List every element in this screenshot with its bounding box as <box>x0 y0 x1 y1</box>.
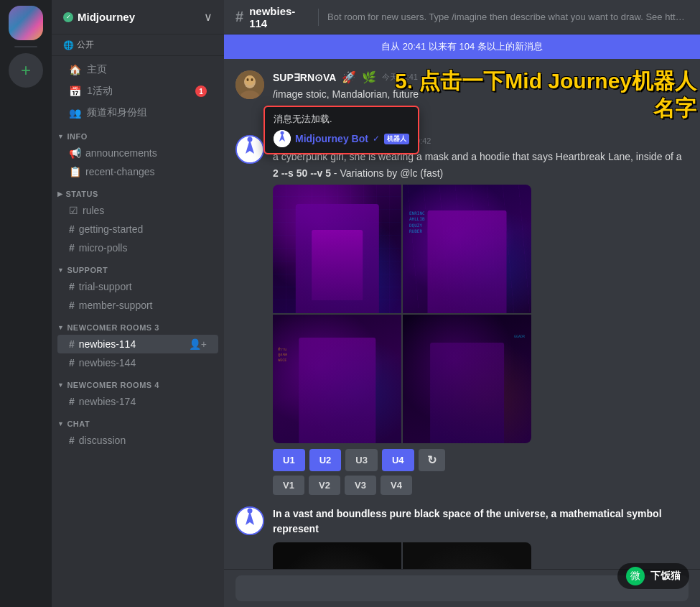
sidebar-item-recent-changes[interactable]: 📋 recent-changes <box>57 162 218 181</box>
section-header-status[interactable]: ▶ status <box>52 181 224 201</box>
tooltip-bot-row[interactable]: Midjourney Bot ✓ 机器人 <box>274 130 409 147</box>
avatar-midjourney <box>235 135 264 164</box>
new-messages-bar[interactable]: 自从 20:41 以来有 104 条以上的新消息 <box>224 34 700 59</box>
svg-point-5 <box>251 78 253 81</box>
chevron-support-icon: ▼ <box>57 267 64 274</box>
tooltip-popup: 消息无法加载. Midjourney Bot ✓ 机器人 <box>264 106 419 154</box>
server-online-indicator: ✓ <box>63 12 73 22</box>
avatar-supernova <box>235 70 264 99</box>
channel-header-description: Bot room for new users. Type /imagine th… <box>327 11 689 22</box>
image-cell-tr: ENRINCAHLLIBDQUZYRUBER <box>403 185 531 313</box>
tooltip-check-icon: ✓ <box>373 134 380 144</box>
message-supernova: SUP∃RN⊙VA 🚀 🌿 今天20:41 /image stoic, Mand… <box>235 70 689 102</box>
bw-cell-tl: ∞ <box>273 542 401 569</box>
image-grid: ENRINCAHLLIBDQUZYRUBER ที่ราบสูงเขตWECE <box>273 185 531 443</box>
activity-icon: 📅 <box>69 85 81 97</box>
changes-icon: 📋 <box>69 166 81 177</box>
message-content-supernova: SUP∃RN⊙VA 🚀 🌿 今天20:41 /image stoic, Mand… <box>273 70 419 102</box>
wechat-label: 下饭猫 <box>650 570 681 583</box>
sidebar-item-newbies-114[interactable]: # newbies-114 👤+ <box>57 335 218 353</box>
message-content-midjourney: Midjourney Bot ✓ 机器人 今天20:42 a cyberpunk… <box>273 135 682 495</box>
message-text-3: In a vast and boundless pure black space… <box>273 506 689 537</box>
sidebar-item-rules[interactable]: ☑ rules <box>57 201 218 220</box>
chevron-status-icon: ▶ <box>57 190 63 198</box>
channel-sidebar: ✓ Midjourney ∨ 🌐 公开 🏠 主页 📅 1活动 1 👥 频道和身份… <box>52 0 224 607</box>
svg-point-3 <box>245 75 255 85</box>
header-divider <box>318 9 319 26</box>
chevron-icon: ▼ <box>57 133 64 140</box>
tooltip-bot-name: Midjourney Bot <box>295 133 368 144</box>
sidebar-item-home[interactable]: 🏠 主页 <box>57 59 218 80</box>
image-cell-tl <box>273 185 401 313</box>
bw-cell-tr: ∞ <box>403 542 531 569</box>
refresh-button[interactable]: ↻ <box>419 449 445 471</box>
v1-button[interactable]: V1 <box>273 476 304 495</box>
svg-point-9 <box>248 137 253 142</box>
image-cell-br: GGADR <box>403 315 531 443</box>
sidebar-item-activity[interactable]: 📅 1活动 1 <box>57 80 218 102</box>
server-icon-add[interactable]: + <box>9 53 43 88</box>
server-header[interactable]: ✓ Midjourney ∨ <box>52 0 224 34</box>
channels-icon: 👥 <box>69 107 81 119</box>
u1-button[interactable]: U1 <box>273 449 305 471</box>
message-midjourney: 消息无法加载. Midjourney Bot ✓ 机器人 <box>235 113 689 495</box>
v4-button[interactable]: V4 <box>381 476 412 495</box>
sidebar-item-announcements[interactable]: 📢 announcements <box>57 144 218 162</box>
hash-icon-disc: # <box>69 435 75 446</box>
sidebar-item-channels[interactable]: 👥 频道和身份组 <box>57 102 218 124</box>
tooltip-error: 消息无法加载. <box>274 113 409 126</box>
leaf-emoji: 🌿 <box>362 70 376 84</box>
add-user-icon: 👤+ <box>189 338 207 350</box>
chevron-nr4-icon: ▼ <box>57 381 64 389</box>
server-icon-midjourney[interactable] <box>9 6 43 40</box>
chevron-chat-icon: ▼ <box>57 420 64 427</box>
messages-area: SUP∃RN⊙VA 🚀 🌿 今天20:41 /image stoic, Mand… <box>224 59 700 569</box>
server-list: + <box>0 0 52 607</box>
hash-icon-gs: # <box>69 223 75 235</box>
channel-header-name: newbies-114 <box>249 5 309 29</box>
u2-button[interactable]: U2 <box>309 449 342 471</box>
v3-button[interactable]: V3 <box>345 476 376 495</box>
image-cell-bl: ที่ราบสูงเขตWECE <box>273 315 401 443</box>
wechat-icon: 微 <box>626 567 645 585</box>
sidebar-item-newbies-174[interactable]: # newbies-174 <box>57 392 218 411</box>
section-header-chat[interactable]: ▼ CHAT <box>52 411 224 431</box>
message-text2: 2 --s 50 --v 5 - Variations by @lc (fast… <box>273 167 682 179</box>
section-header-newcomer3[interactable]: ▼ NEWCOMER ROOMS 3 <box>52 315 224 335</box>
dropdown-icon: ∨ <box>204 10 213 24</box>
hash-icon-nb144: # <box>69 357 75 369</box>
hash-icon-ts: # <box>69 281 75 292</box>
channel-list: 🏠 主页 📅 1活动 1 👥 频道和身份组 ▼ INFO 📢 announcem… <box>52 56 224 607</box>
sidebar-item-member-support[interactable]: # member-support <box>57 296 218 315</box>
channel-header: # newbies-114 Bot room for new users. Ty… <box>224 0 700 34</box>
activity-badge: 1 <box>195 85 207 97</box>
hash-icon-header: # <box>235 9 243 25</box>
public-badge: 🌐 公开 <box>52 34 224 56</box>
u3-button[interactable]: U3 <box>345 449 378 471</box>
u4-button[interactable]: U4 <box>382 449 414 471</box>
message-midjourney-2: In a vast and boundless pure black space… <box>235 506 689 569</box>
svg-point-11 <box>248 509 253 514</box>
sidebar-item-micro-polls[interactable]: # micro-polls <box>57 238 218 257</box>
wechat-watermark: 微 下饭猫 <box>617 563 689 589</box>
hash-icon-mp: # <box>69 242 75 254</box>
section-header-support[interactable]: ▼ SUPPORT <box>52 257 224 277</box>
globe-icon: 🌐 <box>63 40 74 50</box>
image-grid-bw: ∞ ∞ <box>273 542 531 569</box>
v2-button[interactable]: V2 <box>309 476 340 495</box>
sidebar-item-getting-started[interactable]: # getting-started <box>57 220 218 238</box>
main-content: # newbies-114 Bot room for new users. Ty… <box>224 0 700 607</box>
tooltip-bot-badge: 机器人 <box>384 134 409 144</box>
sidebar-item-discussion[interactable]: # discussion <box>57 431 218 450</box>
message-text-supernova: /image stoic, Mandalorian, future <box>273 87 419 102</box>
section-header-newcomer4[interactable]: ▼ NEWCOMER ROOMS 4 <box>52 372 224 392</box>
hash-icon-nb174: # <box>69 396 75 407</box>
section-header-info[interactable]: ▼ INFO <box>52 124 224 144</box>
chevron-nr3-icon: ▼ <box>57 324 64 331</box>
sidebar-item-trial-support[interactable]: # trial-support <box>57 277 218 296</box>
hash-icon-ms: # <box>69 300 75 311</box>
sidebar-item-newbies-144[interactable]: # newbies-144 <box>57 353 218 372</box>
action-buttons-u: U1 U2 U3 U4 ↻ <box>273 449 682 471</box>
action-buttons-v: V1 V2 V3 V4 <box>273 476 682 495</box>
server-divider <box>14 46 37 47</box>
